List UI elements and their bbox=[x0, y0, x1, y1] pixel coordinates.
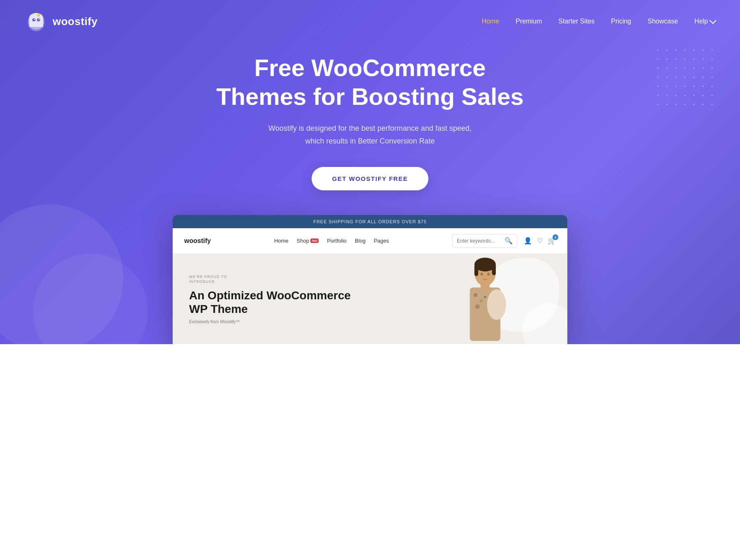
browser-bar: FREE SHIPPING FOR ALL ORDERS OVER $75 bbox=[173, 215, 567, 228]
svg-point-4 bbox=[34, 19, 35, 20]
svg-point-12 bbox=[484, 296, 486, 299]
inner-nav-home[interactable]: Home bbox=[274, 238, 289, 244]
inner-hero-eyebrow: WE'RE PROUD TOINTRODUCE bbox=[189, 274, 352, 285]
inner-nav-portfolio[interactable]: Portfolio bbox=[327, 238, 347, 244]
inner-nav-links: Home Shop hot Portfolio Blog Pages bbox=[274, 238, 389, 244]
inner-search[interactable]: 🔍 bbox=[452, 234, 517, 248]
inner-nav-blog[interactable]: Blog bbox=[355, 238, 365, 244]
svg-point-10 bbox=[480, 299, 483, 302]
svg-point-11 bbox=[475, 304, 480, 309]
inner-icons: 👤 ♡ 🛒 3 bbox=[524, 237, 556, 245]
inner-logo: woostify bbox=[184, 237, 211, 245]
nav-pricing[interactable]: Pricing bbox=[611, 18, 631, 25]
hero-title: Free WooCommerce Themes for Boosting Sal… bbox=[210, 53, 530, 111]
cta-button[interactable]: GET WOOSTIFY FREE bbox=[312, 167, 428, 190]
logo-icon bbox=[25, 10, 48, 33]
search-icon: 🔍 bbox=[504, 237, 513, 245]
hero-subtitle: Woostify is designed for the best perfor… bbox=[268, 122, 472, 147]
svg-point-9 bbox=[474, 293, 477, 297]
inner-hero-title: An Optimized WooCommerce WP Theme bbox=[189, 289, 352, 316]
nav-home[interactable]: Home bbox=[482, 18, 500, 25]
deco-dots bbox=[657, 49, 715, 108]
cart-count: 3 bbox=[553, 234, 558, 240]
svg-point-19 bbox=[487, 273, 490, 275]
wishlist-icon[interactable]: ♡ bbox=[537, 237, 543, 245]
inner-actions: 🔍 👤 ♡ 🛒 3 bbox=[452, 234, 556, 248]
nav-help[interactable]: Help bbox=[694, 18, 715, 25]
inner-site: woostify Home Shop hot Portfolio Blog bbox=[173, 228, 567, 344]
browser-announcement: FREE SHIPPING FOR ALL ORDERS OVER $75 bbox=[313, 219, 427, 224]
brand-name: woostify bbox=[53, 15, 97, 28]
logo[interactable]: woostify bbox=[25, 10, 97, 33]
nav-premium[interactable]: Premium bbox=[516, 18, 542, 25]
chevron-down-icon bbox=[710, 17, 717, 24]
shop-badge: hot bbox=[310, 238, 319, 243]
svg-rect-16 bbox=[474, 265, 478, 276]
svg-point-5 bbox=[38, 19, 39, 20]
search-input[interactable] bbox=[457, 238, 502, 244]
svg-point-8 bbox=[487, 289, 506, 320]
inner-hero-content: WE'RE PROUD TOINTRODUCE An Optimized Woo… bbox=[189, 274, 352, 324]
inner-nav: woostify Home Shop hot Portfolio Blog bbox=[173, 228, 567, 254]
svg-point-18 bbox=[480, 273, 483, 275]
nav-showcase[interactable]: Showcase bbox=[648, 18, 678, 25]
svg-point-6 bbox=[37, 14, 40, 16]
cta-area: GET WOOSTIFY FREE bbox=[312, 167, 428, 190]
inner-nav-pages[interactable]: Pages bbox=[374, 238, 389, 244]
svg-rect-17 bbox=[492, 265, 496, 275]
cart-icon-wrapper[interactable]: 🛒 3 bbox=[548, 237, 556, 245]
inner-nav-shop[interactable]: Shop hot bbox=[297, 238, 319, 244]
nav-starter-sites[interactable]: Starter Sites bbox=[558, 18, 594, 25]
browser-preview: FREE SHIPPING FOR ALL ORDERS OVER $75 wo… bbox=[173, 215, 567, 344]
inner-hero-subtitle: Exclusively from Woostify™ bbox=[189, 319, 352, 324]
account-icon[interactable]: 👤 bbox=[524, 237, 532, 245]
inner-hero: WE'RE PROUD TOINTRODUCE An Optimized Woo… bbox=[173, 254, 567, 344]
inner-hero-image bbox=[444, 254, 526, 344]
